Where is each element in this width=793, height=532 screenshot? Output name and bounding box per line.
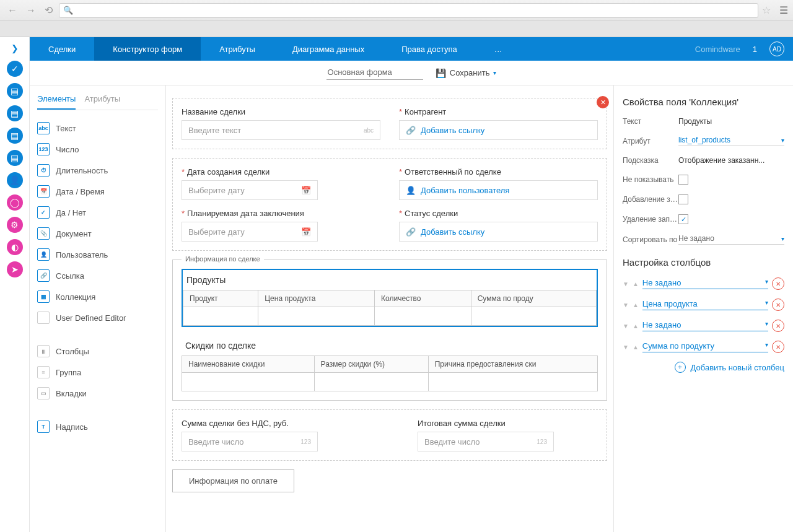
prop-attr-select[interactable]: list_of_products▾ (678, 136, 784, 146)
rail-doc4-icon[interactable]: ▤ (7, 150, 23, 166)
rail-doc2-icon[interactable]: ▤ (7, 105, 23, 121)
rail-gauge-icon[interactable]: ◐ (7, 239, 23, 255)
form-canvas[interactable]: ✕ Название сделки Введите текстabc *Конт… (166, 85, 613, 532)
hamburger-icon[interactable]: ☰ (779, 4, 788, 16)
reload-button[interactable]: ⟲ (42, 3, 55, 17)
move-up-icon[interactable]: ▲ (633, 323, 639, 329)
link-icon: 🔗 (406, 227, 416, 237)
palette-user[interactable]: 👤Пользователь (37, 244, 158, 265)
rail-user-icon[interactable]: 👤 (7, 172, 23, 188)
save-button[interactable]: 💾 Сохранить ▾ (436, 68, 497, 78)
tab-data-diagram[interactable]: Диаграмма данных (274, 37, 383, 61)
delete-col-icon[interactable]: ✕ (772, 277, 784, 290)
col-sum[interactable]: Сумма по проду (471, 290, 596, 307)
tab-deals[interactable]: Сделки (30, 37, 94, 61)
palette-document[interactable]: 📎Документ (37, 223, 158, 244)
move-up-icon[interactable]: ▲ (633, 302, 639, 308)
prop-add-label: Добавление за... (623, 195, 678, 204)
col-config-1: ▼▲ Не задано▾ ✕ (623, 277, 784, 290)
prop-delete-checkbox[interactable]: ✓ (678, 214, 688, 224)
rail-check-icon[interactable]: ✓ (7, 61, 23, 77)
clip-icon: 📎 (37, 227, 50, 240)
collection-products[interactable]: Продукты Продукт Цена продукта Количеств… (182, 269, 598, 327)
products-title: Продукты (183, 270, 597, 290)
col-discount-size[interactable]: Размер скидки (%) (314, 356, 428, 373)
move-down-icon[interactable]: ▼ (623, 344, 629, 351)
rail-expand[interactable]: ❯ (0, 43, 29, 53)
input-total-sum[interactable]: Введите число123 (418, 432, 554, 451)
input-deal-name[interactable]: Введите текстabc (182, 120, 380, 140)
save-label: Сохранить (450, 68, 490, 77)
rail-doc-icon[interactable]: ▤ (7, 83, 23, 99)
notification-count[interactable]: 1 (753, 45, 757, 54)
forward-button[interactable]: → (24, 4, 38, 17)
rail-circle-icon[interactable]: ◯ (7, 194, 23, 211)
palette-group[interactable]: ≡Группа (37, 362, 158, 383)
type-indicator: 123 (537, 438, 547, 445)
input-planned-date[interactable]: Выберите дату📅 (182, 222, 318, 242)
url-bar[interactable]: 🔍 (59, 3, 758, 18)
move-up-icon[interactable]: ▲ (633, 281, 639, 287)
palette-link[interactable]: 🔗Ссылка (37, 265, 158, 286)
move-up-icon[interactable]: ▲ (633, 344, 639, 351)
move-down-icon[interactable]: ▼ (623, 281, 629, 287)
chevron-down-icon: ▾ (781, 137, 784, 144)
block-2[interactable]: *Дата создания сделки Выберите дату📅 *От… (172, 158, 607, 251)
block-sums[interactable]: Сумма сделки без НДС, руб. Введите число… (172, 409, 607, 461)
palette-ude[interactable]: User Defined Editor (37, 307, 158, 328)
palette-tabs[interactable]: ▭Вкладки (37, 383, 158, 404)
bookmark-icon[interactable]: ☆ (762, 4, 771, 16)
avatar[interactable]: AD (769, 41, 784, 56)
palette-collection[interactable]: ▦Коллекция (37, 286, 158, 307)
col-product[interactable]: Продукт (183, 290, 258, 307)
col-select-2[interactable]: Цена продукта▾ (642, 299, 768, 310)
prop-add-checkbox[interactable] (678, 194, 688, 204)
rail-arrow-icon[interactable]: ➤ (7, 261, 23, 277)
form-name-input[interactable]: Основная форма (326, 66, 423, 80)
palette-columns[interactable]: ⫼Столбцы (37, 341, 158, 362)
block-1[interactable]: ✕ Название сделки Введите текстabc *Конт… (172, 98, 607, 149)
col-price[interactable]: Цена продукта (258, 290, 375, 307)
tab-attributes[interactable]: Атрибуты (201, 37, 274, 61)
palette-tab-attributes[interactable]: Атрибуты (84, 94, 120, 110)
palette-duration[interactable]: ⏱Длительность (37, 160, 158, 181)
back-button[interactable]: ← (5, 4, 20, 17)
label-deal-name: Название сделки (182, 107, 380, 116)
close-icon[interactable]: ✕ (597, 96, 609, 108)
palette-yesno[interactable]: ✓Да / Нет (37, 202, 158, 223)
rail-doc3-icon[interactable]: ▤ (7, 128, 23, 144)
tab-more[interactable]: … (476, 37, 521, 61)
tab-payment-info[interactable]: Информация по оплате (172, 469, 294, 492)
input-sum-no-vat[interactable]: Введите число123 (182, 432, 318, 451)
add-column-button[interactable]: +Добавить новый столбец (623, 362, 784, 373)
delete-col-icon[interactable]: ✕ (772, 320, 784, 332)
fieldset-deal-info[interactable]: Информация по сделке Продукты Продукт Це… (172, 259, 607, 401)
col-discount-reason[interactable]: Причина предоставления ски (428, 356, 597, 373)
rail-gear-icon[interactable]: ⚙ (7, 217, 23, 233)
col-qty[interactable]: Количество (375, 290, 471, 307)
type-indicator: abc (364, 127, 374, 134)
col-select-1[interactable]: Не задано▾ (642, 278, 768, 289)
prop-hide-checkbox[interactable] (678, 175, 688, 185)
col-select-3[interactable]: Не задано▾ (642, 320, 768, 331)
col-discount-name[interactable]: Наименование скидки (182, 356, 315, 373)
input-create-date[interactable]: Выберите дату📅 (182, 180, 318, 200)
input-counterparty[interactable]: 🔗Добавить ссылку (399, 120, 598, 140)
col-select-4[interactable]: Сумма по продукту▾ (642, 341, 768, 352)
tab-form-builder[interactable]: Конструктор форм (94, 37, 201, 61)
palette-datetime[interactable]: 📅Дата / Время (37, 181, 158, 202)
palette-text[interactable]: abcТекст (37, 118, 158, 139)
prop-sort-select[interactable]: Не задано▾ (678, 234, 784, 245)
prop-hint-value[interactable]: Отображение заказанн... (678, 156, 784, 165)
move-down-icon[interactable]: ▼ (623, 323, 629, 329)
input-status[interactable]: 🔗Добавить ссылку (399, 222, 598, 242)
move-down-icon[interactable]: ▼ (623, 302, 629, 308)
palette-label[interactable]: TНадпись (37, 416, 158, 437)
palette-number[interactable]: 123Число (37, 139, 158, 160)
tab-access[interactable]: Права доступа (383, 37, 476, 61)
delete-col-icon[interactable]: ✕ (772, 341, 784, 353)
palette-tab-elements[interactable]: Элементы (37, 94, 76, 110)
input-responsible[interactable]: 👤Добавить пользователя (399, 180, 598, 200)
prop-text-value[interactable]: Продукты (678, 117, 784, 126)
delete-col-icon[interactable]: ✕ (772, 299, 784, 311)
